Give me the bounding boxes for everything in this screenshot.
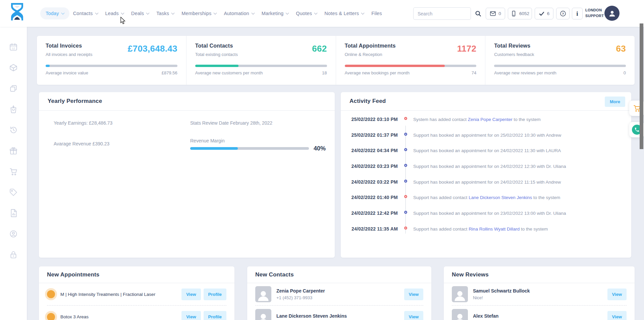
- avatar: [452, 309, 468, 320]
- person-placeholder-icon: [452, 287, 467, 302]
- tasks-count: 6: [547, 11, 550, 16]
- appointment-status-icon: [47, 313, 55, 320]
- stat-value: 662: [312, 44, 327, 57]
- appointment-status-icon: [47, 290, 55, 298]
- menu-label: Quotes: [296, 11, 312, 16]
- stat-title: Total Appointments: [345, 43, 396, 49]
- menu-label: Deals: [131, 11, 144, 16]
- menu-item-today[interactable]: Today: [40, 7, 69, 19]
- stat-footer-value: 18: [322, 70, 327, 75]
- sidebar-item-reports[interactable]: [9, 209, 18, 217]
- view-button[interactable]: View: [607, 311, 627, 320]
- menu-label: Contacts: [73, 11, 93, 16]
- feed-text-pre: Support has booked an appointment for on…: [413, 133, 561, 138]
- stat-title: Total Invoices: [46, 43, 92, 49]
- sidebar-item-calendar[interactable]: 12: [9, 43, 18, 51]
- sidebar-item-history[interactable]: [9, 126, 18, 134]
- info-button[interactable]: i: [572, 8, 583, 19]
- feed-text-pre: Support has booked an appointment for on…: [413, 148, 561, 153]
- chevron-down-icon: [146, 11, 150, 14]
- stat-footer-label: Average new bookings per month: [345, 70, 410, 75]
- view-button[interactable]: View: [607, 289, 627, 300]
- contact-link[interactable]: Lane Dickerson Steven Jenkins: [469, 195, 532, 200]
- menu-item-notes-letters[interactable]: Notes & Letters: [321, 7, 368, 19]
- reviewer-name: Samuel Schwartz Bullock: [473, 288, 607, 294]
- menu-item-automation[interactable]: Automation: [220, 7, 258, 19]
- view-button[interactable]: View: [404, 311, 423, 320]
- feed-text-pre: Support has added contact: [413, 227, 469, 232]
- stat-card-total-reviews: Total Reviews Customers feedback 63 Aver…: [485, 36, 635, 85]
- page-scrollbar[interactable]: [640, 23, 643, 149]
- user-avatar[interactable]: [604, 6, 620, 21]
- feed-text: Support has added contact Rina Rollins W…: [413, 227, 631, 232]
- chevron-down-icon: [95, 11, 98, 14]
- menu-item-marketing[interactable]: Marketing: [258, 7, 292, 19]
- feed-item: 24/02/2022 03:23 PM Support has booked a…: [341, 164, 631, 179]
- contact-row: Lane Dickerson Steven Jenkins View: [255, 306, 423, 320]
- search-button[interactable]: [472, 7, 484, 20]
- menu-item-contacts[interactable]: Contacts: [69, 7, 102, 19]
- sidebar-item-products[interactable]: [9, 63, 18, 72]
- stat-footer-label: Average invoice value: [46, 70, 88, 75]
- messages-badge[interactable]: 0: [486, 8, 505, 19]
- sidebar-item-security[interactable]: [9, 250, 18, 259]
- sidebar-item-gift-vouchers[interactable]: [9, 146, 18, 155]
- stat-progress-fill: [345, 65, 445, 67]
- contact-link[interactable]: Rina Rollins Wyatt Dillard: [469, 227, 520, 232]
- hourglass-logo-icon: [9, 3, 25, 23]
- search-input[interactable]: [414, 8, 471, 19]
- profile-button[interactable]: Profile: [204, 289, 226, 300]
- stat-subtitle: Customers feedback: [494, 52, 534, 57]
- new-contacts-panel: New Contacts Zenia Pope Carpenter +1 (45…: [247, 266, 431, 320]
- feed-text: Support has booked an appointment for on…: [413, 180, 631, 185]
- timeline-marker-icon: [404, 148, 407, 151]
- stat-footer-value: £879.56: [162, 70, 177, 75]
- feed-item: 24/02/2022 04:34 PM Support has booked a…: [341, 148, 631, 164]
- feed-item: 25/02/2022 01:37 PM Support has booked a…: [341, 132, 631, 148]
- view-button[interactable]: View: [181, 311, 201, 320]
- contact-name: Lane Dickerson Steven Jenkins: [276, 313, 404, 319]
- contact-link[interactable]: Zenia Pope Carpenter: [468, 117, 513, 122]
- average-revenue: Avarage Revenue £390.23: [54, 141, 109, 146]
- chevron-down-icon: [361, 11, 365, 14]
- review-row: Samuel Schwartz Bullock Nice! View: [452, 283, 627, 306]
- chevron-down-icon: [171, 11, 175, 14]
- feed-text: Support has booked an appointment for on…: [413, 133, 631, 138]
- sidebar-item-shop[interactable]: [9, 167, 18, 176]
- messages-count: 0: [498, 11, 501, 16]
- menu-item-files[interactable]: Files: [368, 7, 386, 19]
- menu-item-memberships[interactable]: Memberships: [178, 7, 220, 19]
- stat-footer-value: 74: [472, 70, 476, 75]
- app-logo[interactable]: [9, 3, 25, 23]
- menu-item-quotes[interactable]: Quotes: [292, 7, 321, 19]
- menu-label: Memberships: [181, 11, 211, 16]
- feed-text: Support has booked an appointment for on…: [413, 164, 631, 169]
- menu-item-tasks[interactable]: Tasks: [153, 7, 178, 19]
- profile-button[interactable]: Profile: [204, 311, 226, 320]
- help-button[interactable]: ?: [556, 8, 570, 19]
- sidebar-item-pricing[interactable]: [9, 188, 18, 197]
- chevron-down-icon: [121, 11, 124, 14]
- menu-item-deals[interactable]: Deals: [127, 7, 153, 19]
- tasks-badge[interactable]: 6: [535, 8, 553, 19]
- user-icon: [608, 9, 616, 18]
- sidebar-item-pos[interactable]: [9, 84, 18, 93]
- panel-title: Yearly Performance: [48, 98, 102, 105]
- sidebar-item-purchases[interactable]: [9, 105, 18, 114]
- more-button[interactable]: More: [605, 97, 625, 107]
- new-appointments-panel: New Appointments M | High Intensity Trea…: [39, 266, 234, 320]
- sidebar-item-accounts[interactable]: [9, 230, 18, 238]
- feed-text: Support has booked an appointment for on…: [413, 148, 631, 153]
- crm-dashboard: Today Contacts Leads Deals Tasks Members…: [0, 0, 644, 320]
- stat-subtitle: Total existing contacts: [195, 52, 238, 57]
- location-line1: LONDON: [585, 7, 604, 13]
- gift-icon: [9, 146, 18, 155]
- appointment-label: Botox 3 Areas: [60, 314, 181, 319]
- panel-title: New Contacts: [255, 271, 294, 278]
- stat-subtitle: All invoices and receipts: [46, 52, 92, 57]
- menu-item-leads[interactable]: Leads: [102, 7, 128, 19]
- sms-badge[interactable]: 6052: [508, 8, 532, 19]
- view-button[interactable]: View: [181, 289, 201, 300]
- sms-count: 6052: [519, 11, 529, 16]
- view-button[interactable]: View: [404, 289, 423, 300]
